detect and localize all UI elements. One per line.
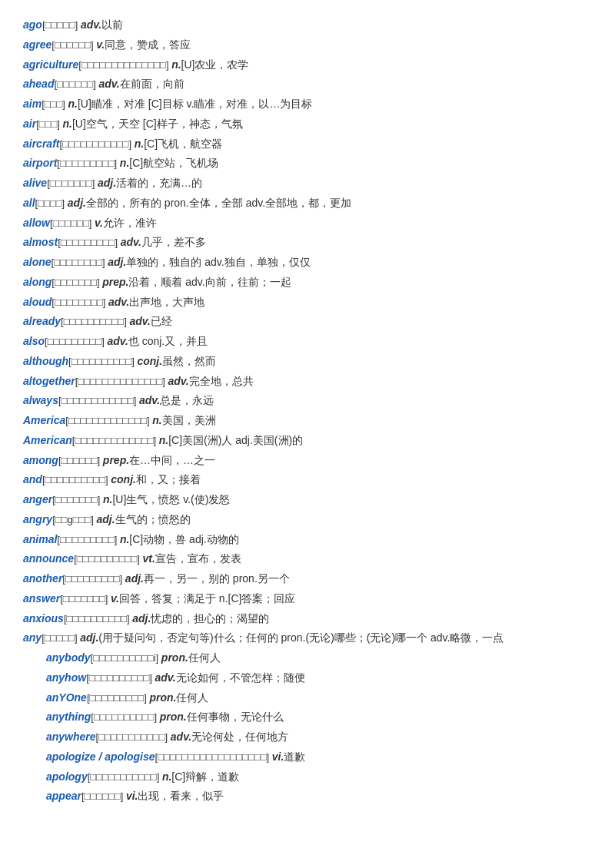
word-headword: alive — [23, 177, 47, 189]
list-item: agriculture[□□□□□□□□□□□□□□] n.[U]农业，农学 — [23, 55, 592, 75]
word-pos: v. — [96, 38, 105, 51]
word-definition: 沿着，顺着 adv.向前，往前；一起 — [128, 276, 291, 288]
word-headword: anybody — [46, 651, 91, 664]
word-headword: among — [23, 454, 58, 466]
word-headword: always — [23, 394, 58, 406]
word-phonetic: [□□□□□□□□□□□□□□□□□□] — [155, 751, 272, 763]
word-phonetic: [□□□□□□□□□□□□□] — [72, 435, 159, 446]
word-definition: 活着的，充满…的 — [116, 177, 202, 189]
word-headword: aircraft — [23, 137, 59, 150]
word-headword: agree — [23, 38, 52, 51]
word-headword: air — [23, 118, 36, 130]
word-headword: already — [23, 315, 61, 327]
word-phonetic: [□□□□□□□□□□] — [86, 672, 155, 684]
word-headword: apology — [46, 770, 88, 783]
word-headword: ahead — [23, 78, 54, 90]
word-phonetic: [□□□□□□] — [81, 790, 126, 802]
word-phonetic: [□□□□□□□□□□□□□□] — [78, 59, 171, 71]
word-pos: pron. — [161, 651, 188, 664]
list-item: animal[□□□□□□□□□] n.[C]动物，兽 adj.动物的 — [23, 530, 592, 549]
word-phonetic: [□□□] — [36, 118, 62, 130]
word-definition: 任何事物，无论什么 — [187, 711, 284, 723]
word-phonetic: [□□□□□□] — [52, 39, 96, 51]
word-pos: n. — [135, 137, 144, 150]
word-definition: [U]瞄准，对准 [C]目标 v.瞄准，对准，以…为目标 — [78, 98, 312, 110]
list-item: apology[□□□□□□□□□□□] n.[C]辩解，道歉 — [46, 767, 592, 787]
list-item: anyhow[□□□□□□□□□□] adv.无论如何，不管怎样；随便 — [46, 668, 592, 687]
word-headword: anywhere — [46, 731, 96, 743]
list-item: although[□□□□□□□□□□] conj.虽然，然而 — [23, 352, 592, 371]
list-item: American[□□□□□□□□□□□□□] n.[C]美国(洲)人 adj.… — [23, 431, 592, 450]
word-phonetic: [□□□□□□□] — [52, 494, 103, 505]
word-pos: adj. — [125, 572, 144, 585]
word-definition: 道歉 — [284, 750, 305, 763]
word-headword: anYOne — [46, 691, 87, 704]
word-definition: 回答，答复；满足于 n.[C]答案；回应 — [119, 592, 295, 605]
list-item: another[□□□□□□□□□] adj.再一，另一，别的 pron.另一个 — [23, 569, 592, 588]
word-pos: n. — [162, 770, 171, 783]
word-pos: adj. — [108, 256, 126, 268]
word-definition: [C]美国(洲)人 adj.美国(洲)的 — [168, 434, 303, 446]
word-headword: announce — [23, 552, 74, 565]
word-pos: n. — [171, 58, 181, 71]
list-item: announce[□□□□□□□□□□] vt.宣告，宣布，发表 — [23, 549, 592, 568]
word-pos: adv. — [139, 394, 160, 406]
word-definition: 在前面，向前 — [120, 78, 184, 90]
word-pos: pron. — [149, 691, 176, 704]
word-phonetic: [□□□□□□□□□] — [58, 237, 121, 248]
word-pos: n. — [63, 118, 72, 130]
word-pos: n. — [152, 414, 161, 426]
word-phonetic: [□□□□□□□□□□i] — [91, 652, 161, 664]
list-item: almost[□□□□□□□□□] adv.几乎，差不多 — [23, 233, 592, 252]
word-phonetic: [□□□□□□□□□□] — [74, 553, 142, 565]
word-pos: n. — [68, 98, 78, 110]
word-definition: 任何人 — [188, 651, 221, 664]
word-definition: [U]农业，农学 — [181, 58, 249, 71]
word-pos: adj. — [80, 631, 98, 644]
list-item: ago[□□□□□] adv.以前 — [23, 15, 592, 35]
word-phonetic: [□□□□□□□□□] — [57, 157, 120, 169]
word-definition: [C]辩解，道歉 — [171, 770, 239, 783]
word-headword: agriculture — [23, 58, 78, 71]
word-pos: n. — [120, 157, 129, 169]
word-headword: American — [23, 434, 72, 446]
word-definition: 允许，准许 — [103, 217, 157, 229]
word-headword: anger — [23, 493, 52, 505]
word-phonetic: [□□□□□] — [42, 632, 80, 644]
word-pos: vi. — [272, 750, 284, 763]
word-phonetic: [□□□□] — [35, 197, 68, 209]
word-phonetic: [□□□□□□□□□] — [62, 573, 125, 585]
word-phonetic: [□□□□□□□□□] — [87, 692, 150, 704]
word-pos: v. — [111, 592, 119, 605]
word-phonetic: [□□□□□□□] — [60, 593, 111, 605]
word-pos: adj. — [132, 612, 151, 624]
list-item: America[□□□□□□□□□□□□□] n.美国，美洲 — [23, 411, 592, 430]
word-definition: 单独的，独自的 adv.独自，单独，仅仅 — [126, 256, 310, 268]
word-phonetic: [□□□□□□□] — [52, 277, 102, 288]
word-pos: prep. — [103, 454, 129, 466]
word-pos: adj. — [68, 197, 86, 209]
word-pos: n. — [120, 533, 129, 545]
word-phonetic: [□□□□□□] — [58, 455, 103, 466]
word-pos: n. — [103, 493, 112, 505]
list-item: anywhere[□□□□□□□□□□□] adv.无论何处，任何地方 — [46, 727, 592, 747]
word-pos: vt. — [142, 552, 155, 565]
list-item: alive[□□□□□□□] adj.活着的，充满…的 — [23, 174, 592, 193]
word-phonetic: [□□□□□□□□□□□□□□] — [75, 376, 168, 387]
list-item: anybody[□□□□□□□□□□i] pron.任何人 — [46, 648, 592, 668]
list-item: allow[□□□□□□] v.允许，准许 — [23, 214, 592, 233]
word-definition: 已经 — [151, 315, 172, 327]
word-headword: alone — [23, 256, 52, 268]
word-headword: and — [23, 473, 42, 485]
word-headword: America — [23, 414, 65, 426]
word-phonetic: [□□□□□□□□□□□□] — [58, 395, 139, 406]
word-headword: appear — [46, 790, 81, 802]
word-pos: adj. — [98, 177, 116, 189]
word-headword: anyhow — [46, 671, 86, 684]
word-pos: adv. — [98, 78, 119, 90]
word-definition: [C]航空站，飞机场 — [129, 157, 218, 169]
word-headword: answer — [23, 592, 60, 605]
word-pos: adv. — [168, 375, 188, 387]
list-item: all[□□□□] adj.全部的，所有的 pron.全体，全部 adv.全部地… — [23, 194, 592, 213]
word-phonetic: [□□□□□□] — [54, 78, 98, 90]
